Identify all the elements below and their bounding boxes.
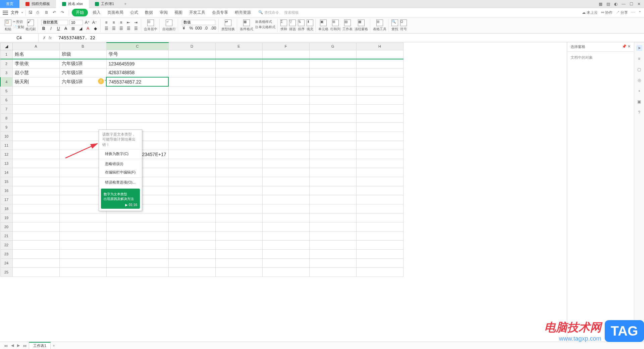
table-tools-button[interactable]: ⊞表格工具	[373, 19, 386, 32]
cell-B3[interactable]: 六年级1班	[59, 68, 106, 77]
col-head-F[interactable]: F	[262, 43, 309, 50]
cell-C2[interactable]: 1234645599	[106, 59, 168, 68]
tool-icon-2[interactable]: ▢	[636, 66, 642, 72]
bold-button[interactable]: B	[41, 26, 47, 32]
col-head-B[interactable]: B	[59, 43, 106, 50]
save-icon[interactable]: 🖫	[29, 10, 34, 15]
coop-button[interactable]: ⚯ 协作	[601, 10, 612, 15]
align-top[interactable]: ≡	[103, 19, 109, 26]
row-head-1[interactable]: 1	[0, 50, 12, 59]
align-center[interactable]: ☰	[111, 26, 117, 32]
currency-button[interactable]: ¥	[181, 25, 187, 31]
worksheet-button[interactable]: ▤工作表	[342, 19, 353, 32]
row-head-4[interactable]: 4	[0, 77, 12, 86]
preview-icon[interactable]: 🗎	[45, 10, 50, 15]
underline-button[interactable]: U	[55, 26, 61, 32]
menu-convert-to-number[interactable]: 转换为数字(C)	[99, 150, 142, 158]
freeze-button[interactable]: ▦冻结窗格	[355, 19, 368, 32]
error-dropdown-icon[interactable]: ▾	[105, 79, 106, 82]
rowcol-button[interactable]: ⊞行和列	[330, 19, 340, 32]
col-head-A[interactable]: A	[12, 43, 59, 50]
col-head-C[interactable]: C	[106, 43, 168, 50]
spreadsheet-grid[interactable]: ◢ A B C D E F G H 1 姓名 班级 学号	[0, 42, 404, 277]
help-icon[interactable]: ?	[636, 109, 642, 115]
more-icon[interactable]: ⋯	[631, 10, 635, 15]
file-menu[interactable]: 文件	[11, 10, 19, 15]
col-head-H[interactable]: H	[356, 43, 403, 50]
search-box[interactable]: 🔍 查找命令、 搜索模板	[258, 10, 299, 15]
menu-devtools[interactable]: 开发工具	[187, 10, 207, 15]
formula-input[interactable]	[56, 35, 644, 40]
filter-button[interactable]: ▽筛选	[289, 19, 296, 32]
hamburger-icon[interactable]	[3, 11, 8, 15]
tab-templates[interactable]: 找稻壳模板	[19, 0, 56, 8]
redo-icon[interactable]: ↷	[61, 10, 66, 15]
tool-icon-5[interactable]: ▣	[636, 99, 642, 105]
maximize-icon[interactable]: ☐	[630, 2, 633, 6]
tool-icon-4[interactable]: ⚬	[636, 88, 642, 94]
align-bottom[interactable]: ≡	[118, 19, 124, 26]
undo-icon[interactable]: ↶	[53, 10, 58, 15]
tool-icon-3[interactable]: ◎	[636, 77, 642, 83]
font-color-button[interactable]: A	[85, 26, 91, 32]
increase-font[interactable]: A⁺	[84, 19, 90, 26]
menu-resources[interactable]: 稻壳资源	[233, 10, 253, 15]
cond-format-button[interactable]: ▦条件格式	[240, 19, 253, 32]
wrap-button[interactable]: ⤶自动换行	[162, 19, 176, 32]
symbol-button[interactable]: Ω符号	[400, 19, 407, 32]
row-head-2[interactable]: 2	[0, 59, 12, 68]
number-format-select[interactable]	[182, 20, 215, 25]
cell-B2[interactable]: 六年级1班	[59, 59, 106, 68]
tool-icon-1[interactable]: ≡	[636, 56, 642, 62]
italic-button[interactable]: I	[48, 26, 54, 32]
sheet-nav-last[interactable]: ⏭	[22, 344, 28, 348]
align-left[interactable]: ☰	[103, 26, 109, 32]
inc-decimal[interactable]: .0	[203, 25, 209, 31]
orientation[interactable]: ☰	[133, 26, 139, 32]
tab-file1[interactable]: 姓名.xlsx	[56, 0, 89, 8]
fill-button[interactable]: ⬇填充	[307, 19, 313, 32]
align-right[interactable]: ☰	[118, 26, 124, 32]
menu-start[interactable]: 开始	[72, 9, 88, 16]
cell-C1[interactable]: 学号	[106, 50, 168, 59]
cursor-tool-icon[interactable]: ➤	[636, 45, 642, 51]
sort-button[interactable]: ⇅排序	[298, 19, 305, 32]
pin-icon[interactable]: 📌	[622, 44, 627, 48]
cell-A4[interactable]: 杨天刚	[12, 77, 59, 86]
highlight-button[interactable]: ◆	[92, 26, 98, 32]
cancel-fx-icon[interactable]: ✗	[43, 36, 46, 40]
sheet-nav-prev[interactable]: ◀	[10, 343, 15, 348]
col-head-G[interactable]: G	[309, 43, 356, 50]
cloud-status[interactable]: ☁ 未上云	[582, 10, 598, 15]
strike-button[interactable]: A̶	[63, 26, 69, 32]
tab-home[interactable]: 首页	[0, 0, 19, 8]
cell-A2[interactable]: 李依依	[12, 59, 59, 68]
tab-add[interactable]: +	[120, 2, 130, 6]
copy-button[interactable]: 📄 复制	[13, 25, 24, 30]
fx-icon[interactable]: fx	[49, 36, 52, 40]
type-convert-button[interactable]: ⇄类型转换	[221, 19, 235, 32]
menu-member[interactable]: 会员专享	[210, 10, 230, 15]
cell-C4[interactable]: ! ▾ 7455374857.22	[106, 77, 168, 86]
collapse-icon[interactable]: ⌃	[638, 10, 641, 15]
menu-insert[interactable]: 插入	[91, 10, 103, 15]
size-select[interactable]	[69, 20, 83, 25]
tab-file2[interactable]: 工作簿1	[89, 0, 120, 8]
cell-button[interactable]: ▣单元格	[318, 19, 328, 32]
cell-reference-box[interactable]	[0, 34, 39, 42]
row-head-3[interactable]: 3	[0, 68, 12, 77]
tile-icon[interactable]: ▦	[599, 2, 602, 6]
comma-button[interactable]: 000	[196, 25, 202, 31]
close-icon[interactable]: ✕	[637, 2, 641, 6]
close-pane-icon[interactable]: ✕	[628, 44, 631, 48]
dec-decimal[interactable]: .00	[210, 25, 216, 31]
format-painter-button[interactable]: 🖌格式刷	[25, 19, 36, 32]
menu-error-check-options[interactable]: 错误检查选项(O)...	[99, 178, 142, 187]
sheet-nav-first[interactable]: ⏮	[3, 344, 9, 348]
align-justify[interactable]: ☰	[125, 26, 131, 32]
cell-A1[interactable]: 姓名	[12, 50, 59, 59]
minimize-icon[interactable]: —	[622, 2, 626, 6]
font-select[interactable]	[41, 20, 68, 25]
decrease-font[interactable]: A⁻	[92, 19, 98, 26]
find-button[interactable]: 🔍查找	[391, 19, 398, 32]
